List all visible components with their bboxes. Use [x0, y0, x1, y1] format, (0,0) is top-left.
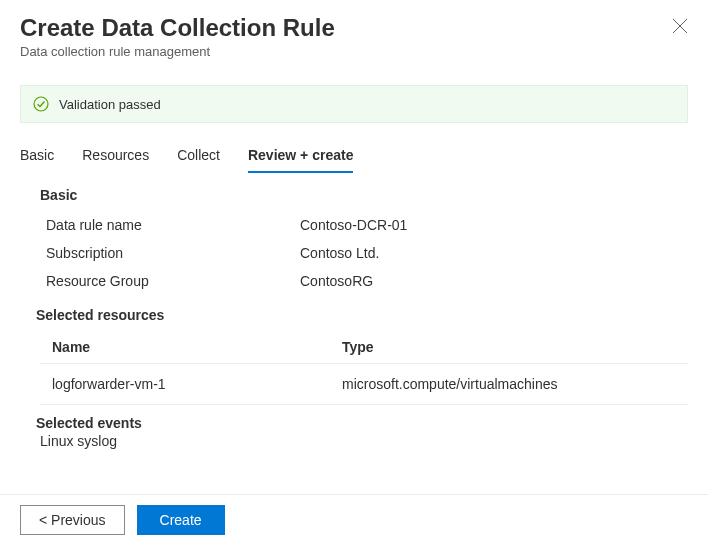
create-button[interactable]: Create: [137, 505, 225, 535]
footer: < Previous Create: [0, 494, 708, 545]
checkmark-icon: [33, 96, 49, 112]
resources-heading: Selected resources: [36, 307, 688, 323]
basic-val-subscription: Contoso Ltd.: [300, 245, 379, 261]
close-icon: [672, 18, 688, 34]
tabs: Basic Resources Collect Review + create: [0, 123, 708, 173]
page-title: Create Data Collection Rule: [20, 14, 688, 42]
resource-name: logforwarder-vm-1: [52, 376, 342, 392]
events-heading: Selected events: [36, 415, 688, 431]
validation-message: Validation passed: [59, 97, 161, 112]
basic-key-subscription: Subscription: [40, 245, 300, 261]
tab-basic[interactable]: Basic: [20, 147, 54, 173]
basic-val-resource-group: ContosoRG: [300, 273, 373, 289]
tab-review-create[interactable]: Review + create: [248, 147, 353, 173]
page-subtitle: Data collection rule management: [20, 44, 688, 59]
svg-point-2: [34, 97, 48, 111]
column-name: Name: [52, 339, 342, 355]
basic-row: Data rule name Contoso-DCR-01: [40, 211, 688, 239]
basic-heading: Basic: [40, 187, 688, 203]
validation-banner: Validation passed: [20, 85, 688, 123]
column-type: Type: [342, 339, 688, 355]
resources-table-header: Name Type: [40, 331, 688, 364]
table-row: logforwarder-vm-1 microsoft.compute/virt…: [40, 364, 688, 405]
basic-val-data-rule-name: Contoso-DCR-01: [300, 217, 407, 233]
resource-type: microsoft.compute/virtualmachines: [342, 376, 688, 392]
events-value: Linux syslog: [40, 433, 688, 449]
previous-button[interactable]: < Previous: [20, 505, 125, 535]
basic-key-resource-group: Resource Group: [40, 273, 300, 289]
basic-row: Resource Group ContosoRG: [40, 267, 688, 295]
close-button[interactable]: [672, 18, 688, 34]
tab-resources[interactable]: Resources: [82, 147, 149, 173]
basic-key-data-rule-name: Data rule name: [40, 217, 300, 233]
tab-collect[interactable]: Collect: [177, 147, 220, 173]
basic-row: Subscription Contoso Ltd.: [40, 239, 688, 267]
